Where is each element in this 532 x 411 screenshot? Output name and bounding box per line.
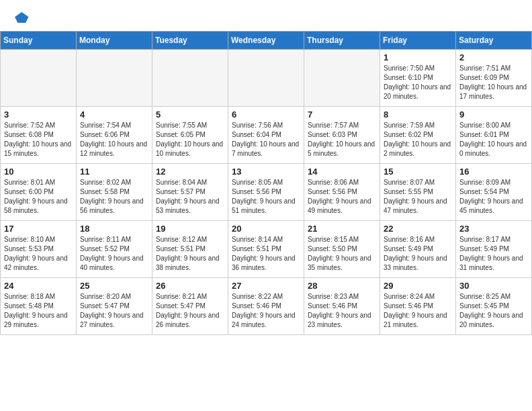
calendar-day-cell: 4Sunrise: 7:54 AM Sunset: 6:06 PM Daylig…: [77, 107, 152, 164]
calendar-day-cell: 26Sunrise: 8:21 AM Sunset: 5:47 PM Dayli…: [152, 278, 228, 335]
day-number: 24: [4, 281, 73, 291]
day-number: 2: [459, 52, 528, 62]
calendar-day-cell: 10Sunrise: 8:01 AM Sunset: 6:00 PM Dayli…: [1, 164, 77, 221]
day-number: 1: [384, 52, 452, 62]
weekday-header-cell: Thursday: [304, 32, 380, 50]
calendar-body: 1Sunrise: 7:50 AM Sunset: 6:10 PM Daylig…: [1, 50, 532, 335]
day-info: Sunrise: 8:05 AM Sunset: 5:56 PM Dayligh…: [232, 178, 300, 216]
page-header: [0, 0, 532, 26]
calendar-day-cell: 22Sunrise: 8:16 AM Sunset: 5:49 PM Dayli…: [380, 221, 456, 278]
day-info: Sunrise: 8:11 AM Sunset: 5:52 PM Dayligh…: [80, 235, 148, 273]
day-info: Sunrise: 8:25 AM Sunset: 5:45 PM Dayligh…: [459, 292, 528, 330]
calendar-day-cell: 16Sunrise: 8:09 AM Sunset: 5:54 PM Dayli…: [456, 164, 532, 221]
day-number: 19: [156, 224, 224, 234]
day-info: Sunrise: 8:01 AM Sunset: 6:00 PM Dayligh…: [4, 178, 73, 216]
day-number: 28: [308, 281, 376, 291]
calendar-week-row: 1Sunrise: 7:50 AM Sunset: 6:10 PM Daylig…: [1, 50, 532, 107]
weekday-header-cell: Sunday: [1, 32, 77, 50]
svg-marker-0: [15, 12, 29, 23]
calendar-day-cell: 19Sunrise: 8:12 AM Sunset: 5:51 PM Dayli…: [152, 221, 228, 278]
day-number: 7: [308, 109, 376, 120]
calendar-day-cell: 7Sunrise: 7:57 AM Sunset: 6:03 PM Daylig…: [304, 107, 380, 164]
day-number: 4: [80, 109, 148, 120]
calendar-table: SundayMondayTuesdayWednesdayThursdayFrid…: [0, 31, 532, 335]
day-number: 9: [459, 109, 528, 120]
day-info: Sunrise: 8:15 AM Sunset: 5:50 PM Dayligh…: [308, 235, 376, 273]
day-info: Sunrise: 7:57 AM Sunset: 6:03 PM Dayligh…: [308, 121, 376, 158]
day-info: Sunrise: 8:21 AM Sunset: 5:47 PM Dayligh…: [156, 292, 224, 330]
day-number: 17: [4, 224, 73, 234]
day-info: Sunrise: 7:56 AM Sunset: 6:04 PM Dayligh…: [232, 121, 300, 158]
weekday-header-cell: Monday: [77, 32, 152, 50]
calendar-week-row: 24Sunrise: 8:18 AM Sunset: 5:48 PM Dayli…: [1, 278, 532, 335]
calendar-day-cell: 21Sunrise: 8:15 AM Sunset: 5:50 PM Dayli…: [304, 221, 380, 278]
day-info: Sunrise: 8:24 AM Sunset: 5:46 PM Dayligh…: [384, 292, 452, 330]
calendar-day-cell: 6Sunrise: 7:56 AM Sunset: 6:04 PM Daylig…: [228, 107, 304, 164]
calendar-day-cell: 27Sunrise: 8:22 AM Sunset: 5:46 PM Dayli…: [228, 278, 304, 335]
day-number: 10: [4, 167, 73, 177]
calendar-week-row: 3Sunrise: 7:52 AM Sunset: 6:08 PM Daylig…: [1, 107, 532, 164]
day-number: 11: [80, 167, 148, 177]
calendar-day-cell: 28Sunrise: 8:23 AM Sunset: 5:46 PM Dayli…: [304, 278, 380, 335]
calendar-day-cell: 8Sunrise: 7:59 AM Sunset: 6:02 PM Daylig…: [380, 107, 456, 164]
calendar-day-cell: 15Sunrise: 8:07 AM Sunset: 5:55 PM Dayli…: [380, 164, 456, 221]
calendar-day-cell: 25Sunrise: 8:20 AM Sunset: 5:47 PM Dayli…: [77, 278, 152, 335]
day-number: 3: [4, 109, 73, 120]
calendar-day-cell: 20Sunrise: 8:14 AM Sunset: 5:51 PM Dayli…: [228, 221, 304, 278]
calendar-day-cell: 1Sunrise: 7:50 AM Sunset: 6:10 PM Daylig…: [380, 50, 456, 107]
day-number: 23: [459, 224, 528, 234]
weekday-header-row: SundayMondayTuesdayWednesdayThursdayFrid…: [1, 32, 532, 50]
day-number: 30: [459, 281, 528, 291]
calendar-day-cell: 18Sunrise: 8:11 AM Sunset: 5:52 PM Dayli…: [77, 221, 152, 278]
day-number: 26: [156, 281, 224, 291]
day-number: 5: [156, 109, 224, 120]
day-info: Sunrise: 8:16 AM Sunset: 5:49 PM Dayligh…: [384, 235, 452, 273]
day-number: 6: [232, 109, 300, 120]
calendar-day-cell: [77, 50, 152, 107]
calendar-week-row: 17Sunrise: 8:10 AM Sunset: 5:53 PM Dayli…: [1, 221, 532, 278]
day-number: 8: [384, 109, 452, 120]
day-info: Sunrise: 8:14 AM Sunset: 5:51 PM Dayligh…: [232, 235, 300, 273]
day-number: 20: [232, 224, 300, 234]
day-number: 29: [384, 281, 452, 291]
day-info: Sunrise: 7:59 AM Sunset: 6:02 PM Dayligh…: [384, 121, 452, 158]
day-info: Sunrise: 7:50 AM Sunset: 6:10 PM Dayligh…: [384, 64, 452, 101]
day-info: Sunrise: 8:07 AM Sunset: 5:55 PM Dayligh…: [384, 178, 452, 216]
day-info: Sunrise: 8:20 AM Sunset: 5:47 PM Dayligh…: [80, 292, 148, 330]
calendar-day-cell: [1, 50, 77, 107]
day-info: Sunrise: 7:55 AM Sunset: 6:05 PM Dayligh…: [156, 121, 224, 158]
calendar-day-cell: 5Sunrise: 7:55 AM Sunset: 6:05 PM Daylig…: [152, 107, 228, 164]
day-number: 27: [232, 281, 300, 291]
day-number: 18: [80, 224, 148, 234]
calendar-day-cell: [228, 50, 304, 107]
day-info: Sunrise: 8:22 AM Sunset: 5:46 PM Dayligh…: [232, 292, 300, 330]
calendar-day-cell: 23Sunrise: 8:17 AM Sunset: 5:49 PM Dayli…: [456, 221, 532, 278]
day-number: 14: [308, 167, 376, 177]
day-number: 13: [232, 167, 300, 177]
day-info: Sunrise: 8:09 AM Sunset: 5:54 PM Dayligh…: [459, 178, 528, 216]
day-number: 12: [156, 167, 224, 177]
day-info: Sunrise: 8:18 AM Sunset: 5:48 PM Dayligh…: [4, 292, 73, 330]
calendar-day-cell: 17Sunrise: 8:10 AM Sunset: 5:53 PM Dayli…: [1, 221, 77, 278]
day-info: Sunrise: 8:12 AM Sunset: 5:51 PM Dayligh…: [156, 235, 224, 273]
logo: [13, 10, 30, 22]
calendar-day-cell: 3Sunrise: 7:52 AM Sunset: 6:08 PM Daylig…: [1, 107, 77, 164]
calendar-day-cell: 13Sunrise: 8:05 AM Sunset: 5:56 PM Dayli…: [228, 164, 304, 221]
day-info: Sunrise: 8:06 AM Sunset: 5:56 PM Dayligh…: [308, 178, 376, 216]
day-info: Sunrise: 8:04 AM Sunset: 5:57 PM Dayligh…: [156, 178, 224, 216]
weekday-header-cell: Saturday: [456, 32, 532, 50]
calendar-day-cell: 12Sunrise: 8:04 AM Sunset: 5:57 PM Dayli…: [152, 164, 228, 221]
calendar-week-row: 10Sunrise: 8:01 AM Sunset: 6:00 PM Dayli…: [1, 164, 532, 221]
calendar-day-cell: 24Sunrise: 8:18 AM Sunset: 5:48 PM Dayli…: [1, 278, 77, 335]
day-number: 25: [80, 281, 148, 291]
day-info: Sunrise: 8:23 AM Sunset: 5:46 PM Dayligh…: [308, 292, 376, 330]
logo-icon: [15, 10, 30, 25]
calendar-day-cell: 30Sunrise: 8:25 AM Sunset: 5:45 PM Dayli…: [456, 278, 532, 335]
weekday-header-cell: Tuesday: [152, 32, 228, 50]
calendar-day-cell: [304, 50, 380, 107]
day-number: 15: [384, 167, 452, 177]
calendar-day-cell: 2Sunrise: 7:51 AM Sunset: 6:09 PM Daylig…: [456, 50, 532, 107]
weekday-header-cell: Wednesday: [228, 32, 304, 50]
day-info: Sunrise: 7:51 AM Sunset: 6:09 PM Dayligh…: [459, 64, 528, 101]
calendar-day-cell: 14Sunrise: 8:06 AM Sunset: 5:56 PM Dayli…: [304, 164, 380, 221]
